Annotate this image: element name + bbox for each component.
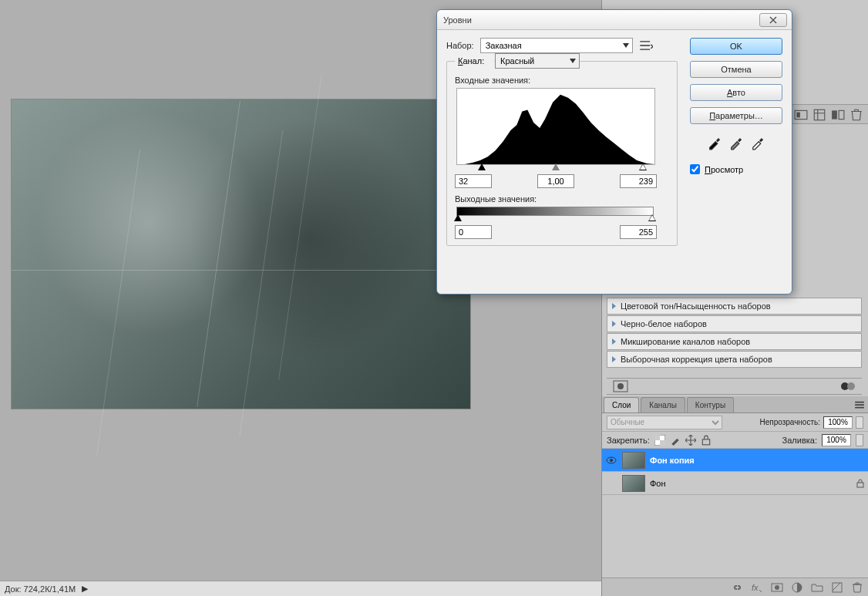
layer-thumbnail[interactable] (622, 475, 645, 492)
layer-thumbnail[interactable] (622, 452, 645, 469)
preset-black-white[interactable]: Черно-белое наборов (607, 315, 862, 332)
link-layers-icon[interactable] (731, 581, 743, 594)
preset-channel-mixer[interactable]: Микширование каналов наборов (607, 333, 862, 350)
status-bar: Док: 724,2К/1,41M ▶ (0, 581, 601, 596)
toolbar-icon-3[interactable] (831, 108, 845, 120)
panel-menu-icon[interactable] (854, 399, 865, 410)
document-canvas[interactable] (11, 99, 471, 409)
lock-position-icon[interactable] (685, 435, 696, 446)
lock-all-icon[interactable] (701, 435, 712, 446)
quick-mask-icon[interactable] (840, 380, 856, 392)
mask-mode-bar (607, 378, 862, 395)
input-slider[interactable] (456, 165, 655, 173)
preview-checkbox[interactable] (690, 164, 700, 174)
toolbar-icon-trash[interactable] (849, 108, 863, 120)
fill-label: Заливка: (782, 436, 817, 445)
layers-footer: fx (602, 577, 868, 596)
preset-hue-saturation[interactable]: Цветовой тон/Насыщенность наборов (607, 298, 862, 315)
visibility-toggle-icon[interactable] (605, 454, 617, 466)
layer-group-icon[interactable] (811, 581, 823, 594)
preview-checkbox-row[interactable]: Просмотр (690, 164, 782, 174)
svg-rect-10 (654, 435, 660, 440)
toolbar-icon-1[interactable] (794, 108, 808, 120)
dialog-title: Уровни (443, 15, 472, 25)
delete-layer-icon[interactable] (851, 581, 863, 594)
layer-row[interactable]: Фон копия (602, 449, 868, 472)
output-white-input[interactable] (620, 225, 657, 239)
tab-layers[interactable]: Слои (604, 397, 639, 412)
visibility-toggle-icon[interactable] (605, 477, 617, 490)
svg-rect-2 (814, 109, 825, 120)
highlight-input[interactable] (620, 174, 657, 188)
lock-icon (856, 479, 865, 488)
output-white-handle[interactable] (648, 214, 656, 221)
new-layer-icon[interactable] (831, 581, 843, 594)
blend-opacity-row: Обычные Непрозрачность: (602, 413, 868, 432)
shadow-handle[interactable] (478, 163, 486, 170)
layer-mask-icon[interactable] (771, 581, 783, 594)
cancel-button[interactable]: Отмена (690, 61, 782, 78)
fill-input[interactable] (822, 434, 851, 446)
svg-rect-1 (796, 113, 800, 118)
lock-label: Закрепить: (607, 436, 650, 445)
svg-rect-4 (839, 110, 844, 119)
preset-label: Набор: (446, 41, 474, 50)
output-values-label: Выходные значения: (455, 194, 669, 204)
adjustment-layer-icon[interactable] (791, 581, 803, 594)
midtone-input[interactable] (537, 174, 574, 188)
svg-rect-20 (833, 583, 842, 592)
ok-button[interactable]: OK (690, 38, 782, 55)
close-button[interactable] (759, 13, 787, 27)
svg-rect-3 (832, 110, 837, 119)
lock-transparent-icon[interactable] (654, 435, 665, 446)
channel-select[interactable]: Красный (495, 53, 580, 69)
output-gradient (456, 207, 654, 216)
svg-text:fx: fx (752, 583, 759, 592)
layer-name: Фон копия (650, 456, 695, 465)
preset-selective-color[interactable]: Выборочная коррекция цвета наборов (607, 351, 862, 368)
input-values-label: Входные значения: (455, 76, 669, 85)
dialog-titlebar[interactable]: Уровни (437, 10, 792, 30)
shadow-input[interactable] (455, 174, 492, 188)
midtone-handle[interactable] (552, 163, 560, 170)
lock-fill-row: Закрепить: Заливка: (602, 432, 868, 449)
doc-size-text: Док: 724,2К/1,41M (5, 584, 76, 594)
white-point-eyedropper-icon[interactable] (750, 135, 765, 150)
toolbar-icon-2[interactable] (812, 108, 826, 120)
output-slider[interactable] (456, 216, 655, 224)
opacity-input[interactable] (823, 416, 853, 429)
preset-select[interactable]: Заказная (480, 38, 633, 53)
panel-tabs: Слои Каналы Контуры (602, 396, 868, 413)
opacity-flyout-icon[interactable] (856, 416, 863, 429)
svg-point-18 (775, 585, 779, 590)
layers-panel: Слои Каналы Контуры Обычные Непрозрачнос… (602, 396, 868, 596)
layer-style-icon[interactable]: fx (751, 581, 763, 594)
auto-button[interactable]: Авто (690, 84, 782, 101)
output-black-input[interactable] (455, 225, 492, 239)
options-button[interactable]: Параметры… (690, 107, 782, 124)
layer-name: Фон (650, 479, 666, 488)
svg-rect-11 (660, 440, 665, 446)
svg-rect-15 (857, 483, 863, 487)
svg-point-6 (617, 383, 624, 389)
gray-point-eyedropper-icon[interactable] (728, 135, 744, 150)
preset-options-icon[interactable] (639, 39, 653, 52)
svg-point-8 (847, 382, 855, 390)
histogram (456, 88, 655, 165)
lock-pixels-icon[interactable] (670, 435, 681, 446)
svg-point-14 (610, 459, 613, 462)
output-black-handle[interactable] (454, 214, 462, 221)
levels-dialog: Уровни Набор: Заказная Канал: Красный Вх… (436, 9, 792, 295)
standard-mode-icon[interactable] (613, 380, 628, 392)
fill-flyout-icon[interactable] (856, 434, 863, 446)
opacity-label: Непрозрачность: (759, 418, 820, 426)
layer-row[interactable]: Фон (602, 472, 868, 495)
channel-legend: Канал: (455, 56, 494, 66)
adjustment-preset-list: Цветовой тон/Насыщенность наборов Черно-… (607, 298, 862, 369)
blend-mode-select[interactable]: Обычные (607, 416, 722, 429)
tab-channels[interactable]: Каналы (641, 397, 685, 412)
svg-rect-12 (702, 439, 709, 444)
highlight-handle[interactable] (639, 163, 647, 170)
black-point-eyedropper-icon[interactable] (707, 135, 722, 150)
tab-paths[interactable]: Контуры (687, 397, 734, 412)
